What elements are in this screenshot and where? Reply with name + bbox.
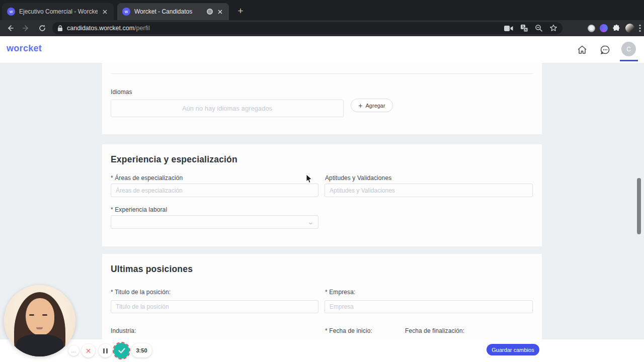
bookmark-star-icon[interactable] bbox=[549, 24, 557, 32]
section-divider bbox=[111, 73, 533, 74]
idiomas-empty-text: Aún no hay idiomas agregados bbox=[182, 105, 272, 112]
aptitudes-label: Aptitudes y Validaciones bbox=[325, 174, 391, 182]
recorder-timer: 3:50 bbox=[131, 343, 152, 357]
fecha-fin-label: Fecha de finalización: bbox=[405, 327, 464, 334]
close-tab-icon[interactable] bbox=[216, 8, 224, 16]
empresa-label: * Empresa: bbox=[325, 289, 355, 296]
bottom-action-bar bbox=[0, 339, 644, 362]
new-tab-button[interactable]: + bbox=[234, 5, 247, 17]
app-header: worcket C bbox=[0, 36, 644, 63]
mouse-cursor bbox=[306, 174, 312, 184]
camera-icon[interactable] bbox=[504, 25, 514, 32]
page-scrollbar[interactable] bbox=[637, 178, 641, 234]
url-text: candidatos.worcket.com/perfil bbox=[67, 25, 150, 32]
industria-label: Industria: bbox=[111, 327, 136, 334]
experiencia-card: Experiencia y especialización * Áreas de… bbox=[102, 144, 542, 246]
back-icon[interactable] bbox=[4, 22, 16, 34]
posiciones-title: Ultimas posiciones bbox=[111, 264, 193, 275]
tab-ejecutivo-comercial[interactable]: w Ejecutivo Comercial - Worcket bbox=[2, 3, 114, 20]
loom-extension-icon[interactable] bbox=[588, 25, 595, 32]
agregar-idioma-button[interactable]: + Agregar bbox=[351, 99, 393, 112]
plus-icon: + bbox=[358, 102, 362, 109]
agregar-label: Agregar bbox=[366, 103, 385, 109]
idiomas-label: Idiomas bbox=[111, 88, 132, 96]
worcket-logo[interactable]: worcket bbox=[7, 43, 42, 54]
recording-indicator-icon bbox=[207, 9, 213, 15]
worcket-favicon: w bbox=[122, 8, 130, 16]
url-host: candidatos.worcket.com bbox=[67, 25, 134, 32]
fecha-inicio-label: * Fecha de inicio: bbox=[325, 327, 372, 334]
browser-toolbar: candidatos.worcket.com/perfil bbox=[0, 20, 644, 36]
recorder-more-button[interactable]: … bbox=[68, 345, 79, 356]
areas-label: * Áreas de especialización bbox=[111, 174, 183, 182]
tab-worcket-candidatos[interactable]: w Worcket - Candidatos bbox=[117, 3, 229, 20]
titulo-posicion-input[interactable] bbox=[111, 300, 318, 313]
home-icon[interactable] bbox=[577, 44, 588, 55]
extension-flower-icon[interactable] bbox=[600, 24, 608, 32]
forward-icon[interactable] bbox=[20, 22, 32, 34]
recorder-pause-button[interactable] bbox=[99, 344, 112, 357]
experiencia-laboral-label: * Experiencia laboral bbox=[111, 206, 167, 213]
empresa-input[interactable] bbox=[325, 300, 533, 313]
zoom-icon[interactable] bbox=[535, 24, 543, 32]
close-tab-icon[interactable] bbox=[101, 8, 109, 16]
browser-tab-bar: w Ejecutivo Comercial - Worcket w Worcke… bbox=[0, 0, 644, 20]
chevron-down-icon: ⌄ bbox=[307, 219, 314, 225]
idiomas-card: Idiomas Aún no hay idiomas agregados + A… bbox=[102, 63, 542, 134]
recorder-cancel-button[interactable]: ✕ bbox=[82, 344, 95, 357]
recorder-finish-button[interactable] bbox=[114, 343, 129, 358]
extensions-puzzle-icon[interactable] bbox=[612, 24, 621, 33]
chat-icon[interactable] bbox=[600, 44, 611, 55]
tab-title: Worcket - Candidatos bbox=[134, 8, 204, 15]
lock-icon bbox=[57, 25, 63, 32]
address-bar[interactable]: candidatos.worcket.com/perfil bbox=[52, 22, 562, 34]
areas-input[interactable] bbox=[111, 184, 318, 197]
aptitudes-input[interactable] bbox=[325, 184, 533, 197]
guardar-cambios-button[interactable]: Guardar cambios bbox=[487, 344, 539, 355]
experiencia-title: Experiencia y especialización bbox=[111, 154, 237, 165]
active-nav-indicator bbox=[620, 60, 638, 61]
posiciones-card: Ultimas posiciones * Titulo de la posici… bbox=[102, 254, 542, 339]
browser-profile-avatar[interactable] bbox=[625, 24, 634, 33]
experiencia-laboral-select[interactable]: ⌄ bbox=[111, 215, 318, 229]
check-icon bbox=[118, 348, 125, 353]
titulo-posicion-label: * Titulo de la posición: bbox=[111, 289, 171, 296]
translate-icon[interactable] bbox=[520, 24, 528, 32]
reload-icon[interactable] bbox=[36, 22, 48, 34]
url-path: /perfil bbox=[134, 25, 150, 32]
idiomas-empty-list: Aún no hay idiomas agregados bbox=[111, 100, 344, 117]
tab-title: Ejecutivo Comercial - Worcket bbox=[19, 8, 98, 15]
webcam-preview[interactable] bbox=[4, 285, 75, 356]
user-avatar[interactable]: C bbox=[621, 42, 636, 56]
worcket-favicon: w bbox=[7, 8, 15, 16]
browser-menu-icon[interactable] bbox=[639, 24, 641, 32]
